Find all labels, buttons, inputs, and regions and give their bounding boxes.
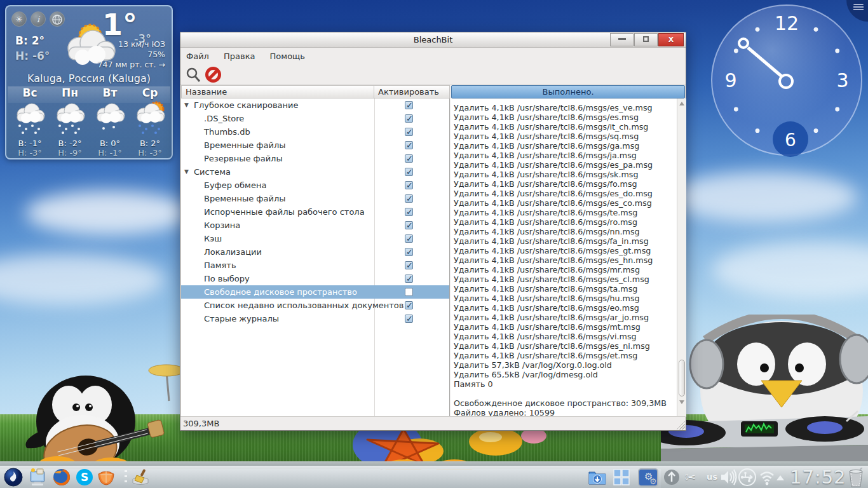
menu-help[interactable]: Помощь (264, 48, 311, 64)
panel-separator (125, 470, 127, 485)
row-checkbox[interactable] (405, 301, 413, 309)
tree-row[interactable]: Список недавно использованных документов (181, 299, 449, 312)
tree-row[interactable]: Свободное дисковое пространство (181, 285, 449, 299)
tree-row[interactable]: По выбору (181, 272, 449, 285)
clipboard-scissors-tray-icon[interactable]: ✂ (685, 470, 696, 485)
row-checkbox[interactable] (405, 221, 413, 229)
settings-gears-tray-icon[interactable]: ⚙ ⚙ (637, 466, 659, 488)
bleachbit-task-icon[interactable] (131, 468, 150, 487)
maximize-button[interactable] (634, 33, 658, 46)
forecast-sun-rain-icon (132, 99, 168, 136)
log-line: Удалить 4,1kB /usr/share/tcl8.6/msgs/es_… (454, 160, 674, 170)
clementine-icon[interactable] (97, 468, 116, 487)
row-checkbox[interactable] (405, 141, 413, 149)
tree-row[interactable]: Память (181, 259, 449, 272)
scroll-down-arrow[interactable] (679, 400, 684, 404)
row-checkbox[interactable] (405, 234, 413, 243)
pager-tray-icon[interactable] (612, 468, 631, 487)
log-lines: Удалить 4,1kB /usr/share/tcl8.6/msgs/es_… (454, 103, 674, 417)
vertical-scrollbar[interactable] (677, 98, 686, 417)
tree-row[interactable]: ▼Глубокое сканирование (181, 98, 449, 112)
downloads-tray-icon[interactable] (588, 468, 607, 487)
usb-tray-icon[interactable] (738, 468, 757, 487)
volume-tray-icon[interactable] (719, 468, 738, 487)
row-checkbox[interactable] (405, 181, 413, 189)
tree-row[interactable]: Кэш (181, 232, 449, 245)
log-line: Удалить 4,1kB /usr/share/tcl8.6/msgs/ga.… (454, 141, 674, 151)
tree-row[interactable]: Thumbs.db (181, 125, 449, 139)
tree-row[interactable]: Буфер обмена (181, 179, 449, 192)
app-launcher-icon[interactable] (4, 468, 23, 487)
tree-row[interactable]: Временные файлы (181, 192, 449, 205)
tree-row[interactable]: Локализации (181, 245, 449, 259)
panel-clock[interactable]: 17:52 (790, 466, 846, 488)
current-temp: 1° (102, 8, 137, 42)
log-line: Удалить 4,1kB /usr/share/tcl8.6/msgs/hu.… (454, 294, 674, 303)
expander-icon[interactable]: ▼ (184, 98, 189, 112)
menubar: Файл Правка Помощь (180, 48, 686, 65)
row-checkbox[interactable] (405, 208, 413, 216)
tree-row[interactable]: Испорченные файлы рабочего стола (181, 205, 449, 219)
scrollbar-thumb[interactable] (679, 360, 685, 396)
column-header-name[interactable]: Название (181, 85, 374, 98)
row-checkbox[interactable] (405, 114, 413, 123)
log-line: Удалить 4,1kB /usr/share/tcl8.6/msgs/es_… (454, 255, 674, 265)
tree-row-label: По выбору (204, 272, 250, 285)
forecast-low: Н: -9° (50, 148, 90, 158)
cloud (667, 172, 858, 222)
resize-grip[interactable] (676, 421, 685, 430)
update-notifier-tray-icon[interactable] (663, 469, 680, 485)
firefox-icon[interactable] (52, 468, 71, 487)
pressure: 747 мм рт. ст. → (98, 60, 165, 69)
row-checkbox[interactable] (405, 288, 413, 296)
preview-button[interactable] (186, 67, 201, 83)
tux-guitar (19, 372, 165, 467)
row-checkbox[interactable] (405, 248, 413, 256)
row-checkbox[interactable] (405, 194, 413, 203)
tree-row[interactable]: Старые журналы (181, 312, 449, 325)
forecast-day: СрВ: 2°Н: -3° (130, 86, 170, 158)
forecast-day: ВсВ: -1°Н: -3° (10, 86, 50, 158)
minimize-button[interactable] (610, 33, 634, 46)
show-desktop-icon[interactable] (28, 468, 47, 487)
abort-button[interactable] (205, 67, 221, 83)
sun-icon[interactable]: ☀ (11, 11, 27, 27)
row-checkbox[interactable] (405, 128, 413, 136)
tree-row-label: Испорченные файлы рабочего стола (204, 205, 365, 219)
tree-row[interactable]: Временные файлы (181, 139, 449, 152)
tree-row[interactable]: .DS_Store (181, 112, 449, 125)
clock-widget[interactable]: 12 3 9 6 (710, 3, 864, 157)
row-checkbox[interactable] (405, 261, 413, 269)
forecast-day-name: Вт (90, 86, 130, 99)
menu-file[interactable]: Файл (180, 48, 215, 64)
row-checkbox[interactable] (405, 154, 413, 163)
log-line: Удалить 4,1kB /usr/share/tcl8.6/msgs/nn.… (454, 227, 674, 236)
row-checkbox[interactable] (405, 274, 413, 283)
tree-row[interactable]: Корзина (181, 219, 449, 232)
scroll-up-arrow[interactable] (679, 102, 684, 105)
cleaner-tree[interactable]: ▼Глубокое сканирование.DS_StoreThumbs.db… (181, 98, 450, 417)
column-header-activate[interactable]: Активировать (374, 85, 450, 98)
tree-row-label: Резервные файлы (204, 152, 283, 165)
log-pane[interactable]: Удалить 4,1kB /usr/share/tcl8.6/msgs/es_… (451, 98, 686, 417)
row-checkbox[interactable] (405, 101, 413, 109)
close-button[interactable]: X (658, 33, 684, 46)
weather-widget[interactable]: ☀ i В: 2° Н: -6° 1° -3° 13 км/ч ЮЗ 75% 7… (5, 5, 173, 159)
wifi-tray-icon[interactable] (757, 468, 776, 487)
bleachbit-window: BleachBit X Файл Правка Помощь Название … (180, 32, 686, 431)
keyboard-layout-indicator[interactable]: us (707, 472, 717, 482)
row-checkbox[interactable] (405, 315, 413, 323)
tree-row[interactable]: ▼Система (181, 165, 449, 179)
forecast-day-name: Вс (10, 86, 50, 99)
skype-icon[interactable]: S (75, 468, 94, 487)
expander-icon[interactable]: ▼ (184, 165, 189, 179)
tree-row-label: Память (204, 259, 236, 272)
tree-row[interactable]: Резервные файлы (181, 152, 449, 165)
clock-number-3: 3 (836, 69, 848, 92)
tray-expand-icon[interactable] (776, 475, 784, 480)
trash-icon[interactable] (847, 468, 865, 488)
row-checkbox[interactable] (405, 168, 413, 176)
cloud (25, 191, 191, 235)
menu-edit[interactable]: Правка (218, 48, 261, 64)
info-icon[interactable]: i (31, 11, 46, 27)
